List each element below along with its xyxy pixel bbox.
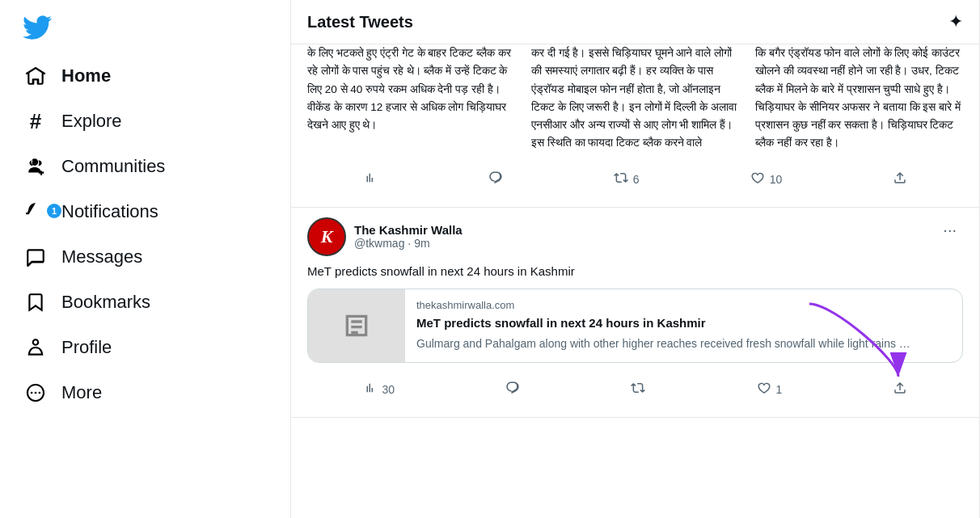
- tweet-1-like-count: 10: [770, 173, 783, 186]
- sidebar-nav: Home # Explore Communities 1 Notif: [13, 55, 277, 417]
- share-icon: [893, 171, 907, 189]
- tweet-1-comment-button[interactable]: [480, 166, 511, 194]
- sidebar-item-explore[interactable]: # Explore: [13, 100, 277, 142]
- article-card-content: thekashmirwalla.com MeT predicts snowfal…: [405, 289, 922, 362]
- messages-icon: [23, 244, 49, 270]
- explore-icon: #: [23, 108, 49, 134]
- article-title: MeT predicts snowfall in next 24 hours i…: [416, 314, 910, 331]
- tweet-2-author-info: The Kashmir Walla @tkwmag · 9m: [354, 223, 463, 250]
- sidebar-item-home[interactable]: Home: [13, 55, 277, 97]
- tweet-1-col2: कर दी गई है। इससे चिड़ियाघर घूमने आने वा…: [531, 44, 739, 153]
- sidebar-item-notifications-label: Notifications: [61, 201, 158, 222]
- tweet-2: K The Kashmir Walla @tkwmag · 9m ··· MeT…: [291, 208, 979, 418]
- sidebar-item-communities-label: Communities: [61, 156, 165, 177]
- tweet-2-like-button[interactable]: 1: [749, 376, 791, 404]
- notifications-icon: 1: [23, 199, 49, 225]
- article-description: Gulmarg and Pahalgam along with other hi…: [416, 336, 910, 352]
- tweet-2-actions: 30 1: [307, 373, 963, 407]
- sidebar-item-more[interactable]: More: [13, 372, 277, 414]
- home-icon: [23, 63, 49, 89]
- tweet-2-author-handle: @tkwmag · 9m: [354, 237, 463, 250]
- tweet-1-stats-button[interactable]: [355, 166, 386, 194]
- sidebar-item-notifications[interactable]: 1 Notifications: [13, 191, 277, 233]
- like-icon: [750, 171, 765, 189]
- tweet-1: के लिए भटकते हुए एंट्री गेट के बाहर टिकट…: [291, 44, 979, 208]
- sidebar-item-messages[interactable]: Messages: [13, 236, 277, 278]
- tweet-1-like-button[interactable]: 10: [742, 166, 791, 194]
- tweet-2-stats-count: 30: [382, 383, 395, 396]
- tweet-2-more-button[interactable]: ···: [936, 217, 963, 242]
- tweet-2-retweet-button[interactable]: [623, 376, 653, 404]
- tweet-1-col3: कि बगैर एंड्रॉयड फोन वाले लोगों के लिए क…: [755, 44, 963, 153]
- sidebar-item-bookmarks-label: Bookmarks: [61, 292, 150, 313]
- page-title: Latest Tweets: [307, 13, 413, 32]
- bookmarks-icon: [23, 289, 49, 315]
- sidebar-item-communities[interactable]: Communities: [13, 145, 277, 187]
- main-header: Latest Tweets ✦: [291, 0, 979, 44]
- avatar: K: [307, 217, 346, 256]
- tweet-2-share-button[interactable]: [885, 376, 915, 404]
- tweet-1-col1: के लिए भटकते हुए एंट्री गेट के बाहर टिकट…: [307, 44, 515, 153]
- main-content: Latest Tweets ✦ के लिए भटकते हुए एंट्री …: [291, 0, 980, 518]
- tweet-1-retweet-count: 6: [633, 173, 640, 186]
- article-domain: thekashmirwalla.com: [416, 299, 910, 311]
- tweet-2-stats-button[interactable]: 30: [355, 376, 403, 404]
- sidebar-item-profile-label: Profile: [61, 337, 112, 358]
- stats-icon-2: [363, 381, 378, 399]
- sidebar-item-explore-label: Explore: [61, 111, 122, 132]
- sidebar-item-profile[interactable]: Profile: [13, 326, 277, 368]
- retweet-icon: [614, 171, 628, 189]
- retweet-icon-2: [631, 381, 645, 399]
- comment-icon: [488, 171, 503, 189]
- sparkle-icon[interactable]: ✦: [948, 11, 963, 32]
- tweet-2-author-name: The Kashmir Walla: [354, 223, 463, 237]
- tweet-1-actions: 6 10: [307, 162, 963, 197]
- tweet-2-like-count: 1: [776, 383, 783, 396]
- like-icon-2: [757, 381, 771, 399]
- twitter-logo[interactable]: [13, 6, 277, 52]
- stats-icon: [363, 171, 378, 189]
- profile-icon: [23, 335, 49, 360]
- article-card[interactable]: thekashmirwalla.com MeT predicts snowfal…: [307, 288, 963, 363]
- article-thumbnail: [308, 289, 405, 362]
- communities-icon: [23, 154, 49, 179]
- sidebar-item-more-label: More: [61, 382, 102, 403]
- more-icon: [23, 380, 49, 406]
- tweet-2-header: K The Kashmir Walla @tkwmag · 9m ···: [307, 217, 963, 256]
- tweet-1-share-button[interactable]: [885, 166, 915, 194]
- sidebar: Home # Explore Communities 1 Notif: [0, 0, 291, 518]
- tweet-2-author: K The Kashmir Walla @tkwmag · 9m: [307, 217, 463, 256]
- share-icon-2: [893, 381, 907, 399]
- sidebar-item-home-label: Home: [61, 65, 111, 86]
- comment-icon-2: [505, 381, 520, 399]
- tweet-2-text: MeT predicts snowfall in next 24 hours i…: [307, 263, 963, 281]
- sidebar-item-messages-label: Messages: [61, 246, 142, 267]
- tweet-1-retweet-button[interactable]: 6: [606, 166, 648, 194]
- sidebar-item-bookmarks[interactable]: Bookmarks: [13, 281, 277, 323]
- notification-count-badge: 1: [47, 204, 61, 218]
- tweet-2-comment-button[interactable]: [497, 376, 528, 404]
- tweet-1-text: के लिए भटकते हुए एंट्री गेट के बाहर टिकट…: [307, 44, 963, 153]
